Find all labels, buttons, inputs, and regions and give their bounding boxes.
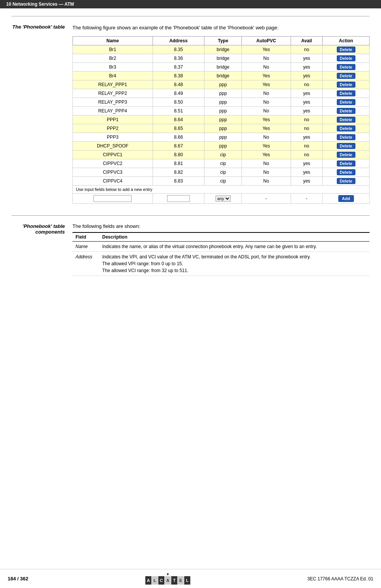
col-autopvc: AutoPVC <box>242 36 291 45</box>
field-row-name: Name Indicates the name, or alias of the… <box>72 241 370 252</box>
delete-button[interactable]: Delete <box>337 169 355 175</box>
cell-avail: yes <box>291 54 323 62</box>
delete-button[interactable]: Delete <box>337 73 355 79</box>
cell-avail: yes <box>291 89 323 98</box>
components-label: 'Phonebook' tablecomponents <box>11 223 72 276</box>
field-col-desc: Description <box>99 232 370 242</box>
add-name-cell[interactable] <box>73 193 153 203</box>
cell-action[interactable]: Delete <box>323 54 370 62</box>
delete-button[interactable]: Delete <box>337 117 355 123</box>
table-row: Br48.38bridgeYesyesDelete <box>73 71 370 80</box>
cell-action[interactable]: Delete <box>323 115 370 124</box>
add-note-row: Use input fields below to add a new entr… <box>73 185 370 193</box>
delete-button[interactable]: Delete <box>337 178 355 184</box>
add-button-cell[interactable]: Add <box>323 193 370 203</box>
cell-name: RELAY_PPP4 <box>73 106 153 115</box>
cell-action[interactable]: Delete <box>323 150 370 159</box>
cell-name: RELAY_PPP1 <box>73 80 153 89</box>
logo-l: L <box>152 576 158 585</box>
cell-address: 8.38 <box>153 71 204 80</box>
cell-type: bridge <box>204 54 242 62</box>
cell-avail: yes <box>291 62 323 71</box>
add-type-select[interactable]: any <box>215 195 231 202</box>
cell-address: 8.67 <box>153 141 204 150</box>
delete-button[interactable]: Delete <box>337 46 355 53</box>
cell-address: 8.64 <box>153 115 204 124</box>
cell-action[interactable]: Delete <box>323 80 370 89</box>
cell-action[interactable]: Delete <box>323 45 370 54</box>
cell-avail: no <box>291 115 323 124</box>
delete-button[interactable]: Delete <box>337 125 355 131</box>
table-row: CIPPVC18.80cipYesnoDelete <box>73 150 370 159</box>
field-address-label: Address <box>72 252 99 276</box>
logo-a1: A <box>145 576 151 585</box>
field-col-field: Field <box>72 232 99 242</box>
table-row: RELAY_PPP48.51pppNoyesDelete <box>73 106 370 115</box>
components-content: The following fields are shown: Field De… <box>72 223 370 276</box>
cell-address: 8.80 <box>153 150 204 159</box>
cell-avail: yes <box>291 133 323 141</box>
cell-autopvc: No <box>242 62 291 71</box>
cell-action[interactable]: Delete <box>323 141 370 150</box>
components-label-line1: 'Phonebook' tablecomponents <box>23 223 65 235</box>
delete-button[interactable]: Delete <box>337 160 355 167</box>
cell-address: 8.50 <box>153 98 204 106</box>
cell-action[interactable]: Delete <box>323 159 370 168</box>
cell-address: 8.36 <box>153 54 204 62</box>
field-table: Field Description Name Indicates the nam… <box>72 232 370 276</box>
delete-button[interactable]: Delete <box>337 134 355 140</box>
logo-c: C <box>158 576 164 585</box>
cell-action[interactable]: Delete <box>323 133 370 141</box>
address-desc-vci: The allowed VCI range: from 32 up to 511… <box>102 268 367 273</box>
cell-action[interactable]: Delete <box>323 106 370 115</box>
add-button[interactable]: Add <box>338 195 354 202</box>
phonebook-section: The 'Phonebook' table The following figu… <box>11 24 370 204</box>
delete-button[interactable]: Delete <box>337 99 355 105</box>
phonebook-content: The following figure shows an example of… <box>72 24 370 204</box>
field-address-desc: Indicates the VPI, and VCI value of the … <box>99 252 370 276</box>
delete-button[interactable]: Delete <box>337 82 355 88</box>
col-type: Type <box>204 36 242 45</box>
cell-name: Br2 <box>73 54 153 62</box>
delete-button[interactable]: Delete <box>337 108 355 114</box>
cell-avail: no <box>291 124 323 133</box>
cell-address: 8.51 <box>153 106 204 115</box>
cell-action[interactable]: Delete <box>323 168 370 176</box>
add-address-input[interactable] <box>167 195 190 202</box>
footer-doc-ref: 3EC 17766 AAAA TCZZA Ed. 01 <box>307 576 373 582</box>
cell-action[interactable]: Delete <box>323 62 370 71</box>
field-name-desc: Indicates the name, or alias of the virt… <box>99 241 370 252</box>
address-desc-vpi: The allowed VPI range: from 0 up to 15. <box>102 261 367 266</box>
cell-autopvc: Yes <box>242 45 291 54</box>
cell-action[interactable]: Delete <box>323 71 370 80</box>
cell-action[interactable]: Delete <box>323 176 370 185</box>
cell-autopvc: No <box>242 168 291 176</box>
logo-e: E <box>178 576 184 585</box>
delete-button[interactable]: Delete <box>337 152 355 158</box>
delete-button[interactable]: Delete <box>337 143 355 149</box>
cell-autopvc: Yes <box>242 150 291 159</box>
cell-action[interactable]: Delete <box>323 98 370 106</box>
add-address-cell[interactable] <box>153 193 204 203</box>
delete-button[interactable]: Delete <box>337 90 355 96</box>
add-name-input[interactable] <box>93 195 132 202</box>
add-type-cell[interactable]: any <box>204 193 242 203</box>
components-section: 'Phonebook' tablecomponents The followin… <box>11 223 370 276</box>
phonebook-intro: The following figure shows an example of… <box>72 24 370 32</box>
cell-action[interactable]: Delete <box>323 89 370 98</box>
cell-action[interactable]: Delete <box>323 124 370 133</box>
cell-address: 8.49 <box>153 89 204 98</box>
cell-type: ppp <box>204 98 242 106</box>
cell-autopvc: No <box>242 176 291 185</box>
cell-name: PPP1 <box>73 115 153 124</box>
cell-avail: no <box>291 141 323 150</box>
phonebook-table: Name Address Type AutoPVC Avail Action B… <box>72 36 370 204</box>
footer-logo-area: ▼ A L C A T E L <box>145 572 190 585</box>
delete-button[interactable]: Delete <box>337 55 355 61</box>
cell-type: bridge <box>204 45 242 54</box>
add-input-row[interactable]: any - - Add <box>73 193 370 203</box>
cell-address: 8.35 <box>153 45 204 54</box>
cell-name: RELAY_PPP3 <box>73 98 153 106</box>
delete-button[interactable]: Delete <box>337 64 355 70</box>
cell-type: ppp <box>204 89 242 98</box>
